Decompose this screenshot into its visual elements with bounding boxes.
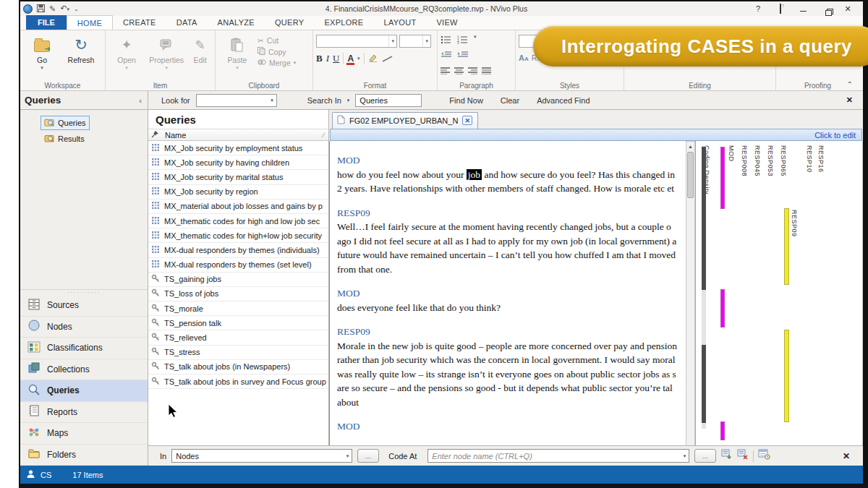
nvivo-app-icon[interactable]: [23, 4, 33, 14]
paste-button[interactable]: Paste▾: [218, 33, 256, 69]
query-list-row[interactable]: MX_Job security by employment status: [148, 141, 328, 155]
copy-button[interactable]: Copy: [258, 47, 296, 56]
list-column-header[interactable]: Name ∕: [148, 129, 328, 141]
save-icon[interactable]: [37, 4, 45, 14]
document-vertical-scrollbar[interactable]: ▲ ▼: [686, 141, 695, 455]
click-to-edit-bar[interactable]: Click to edit: [330, 129, 862, 141]
cut-button[interactable]: ✂Cut: [258, 36, 296, 45]
query-list-row[interactable]: TS_talk about jobs in survey and Focus g…: [148, 374, 328, 389]
sidebar-item-folders[interactable]: Folders: [20, 445, 148, 466]
advanced-find-button[interactable]: Advanced Find: [531, 96, 595, 105]
coding-stripe-mod[interactable]: [720, 421, 725, 440]
query-list-row[interactable]: TS_morale: [148, 301, 328, 316]
align-right-icon[interactable]: [468, 64, 478, 77]
find-now-button[interactable]: Find Now: [443, 96, 488, 105]
tab-analyze[interactable]: ANALYZE: [208, 15, 265, 30]
indent-icon[interactable]: [457, 49, 469, 62]
query-list-row[interactable]: MX_Job security by region: [148, 185, 328, 200]
coding-stripe-resp09[interactable]: [784, 208, 789, 285]
sidebar-item-collections[interactable]: Collections: [20, 359, 148, 381]
query-list-row[interactable]: TS_relieved: [148, 330, 328, 345]
highlight-button[interactable]: [368, 52, 378, 65]
sidebar-splitter[interactable]: ··········: [20, 289, 148, 295]
properties-button[interactable]: Properties▾: [146, 33, 187, 69]
coding-stripe-mod[interactable]: [720, 147, 725, 209]
document-text[interactable]: MODhow do you feel now about your job an…: [329, 141, 686, 455]
query-list-row[interactable]: TS_stress: [148, 346, 328, 360]
sidebar-item-sources[interactable]: Sources: [20, 295, 148, 317]
user-initials[interactable]: CS: [41, 471, 51, 479]
look-for-input[interactable]: ▾: [196, 94, 277, 107]
code-selection-icon[interactable]: [721, 449, 733, 463]
scroll-thumb[interactable]: [687, 152, 694, 198]
pin-column-icon[interactable]: [151, 130, 159, 140]
query-list-row[interactable]: MX-dual responders by themes (individual…: [148, 243, 328, 257]
tab-layout[interactable]: LAYOUT: [373, 15, 426, 30]
tab-explore[interactable]: EXPLORE: [314, 15, 373, 30]
tab-data[interactable]: DATA: [166, 15, 208, 30]
query-list-row[interactable]: MX-dual responders by themes (set level): [148, 258, 328, 273]
query-list-row[interactable]: MX_material about job losses and gains b…: [148, 200, 328, 214]
undo-icon[interactable]: ↶▾: [60, 4, 69, 13]
close-code-bar-icon[interactable]: ✕: [843, 451, 854, 461]
merge-button[interactable]: Merge▾: [258, 59, 296, 67]
coding-stripe-resp09[interactable]: [784, 330, 789, 422]
query-list-row[interactable]: MX_thematic codes for high+low job secur…: [148, 228, 328, 243]
recent-nodes-icon[interactable]: [758, 449, 770, 463]
query-list-row[interactable]: MX_Job security by marital status: [148, 170, 328, 184]
go-button[interactable]: Go▾: [23, 33, 61, 69]
ribbon-options-icon[interactable]: [775, 4, 786, 13]
font-color-caret[interactable]: ▾: [357, 56, 360, 61]
collapse-ribbon-icon[interactable]: ⌃: [847, 80, 853, 88]
browse-location-button[interactable]: …: [357, 449, 379, 463]
font-size-select[interactable]: ▾: [399, 35, 431, 48]
tab-file[interactable]: FILE: [26, 15, 67, 30]
node-name-input[interactable]: Enter node name (CTRL+Q)▾: [427, 449, 689, 463]
coding-stripe-mod[interactable]: [720, 289, 725, 328]
browse-node-button[interactable]: …: [694, 449, 716, 463]
sidebar-item-reports[interactable]: Reports: [20, 402, 148, 424]
tree-item-results[interactable]: Results: [41, 132, 88, 146]
query-list-row[interactable]: MX_thematic codes for high and low job s…: [148, 214, 328, 228]
code-in-select[interactable]: Nodes▾: [171, 449, 352, 463]
open-button[interactable]: ✦ Open▾: [109, 33, 145, 69]
collapse-panel-icon[interactable]: ‹: [139, 96, 142, 105]
tree-item-queries[interactable]: Queries: [41, 116, 90, 130]
name-column-label[interactable]: Name: [165, 131, 186, 140]
edit-pencil-icon[interactable]: ✎: [49, 5, 56, 13]
bold-button[interactable]: B: [316, 53, 323, 64]
strike-line-button[interactable]: [382, 52, 393, 65]
scroll-up-icon[interactable]: ▲: [686, 142, 694, 150]
edit-button[interactable]: ✎ Edit: [188, 33, 212, 64]
uncode-selection-icon[interactable]: [737, 449, 749, 463]
align-justify-icon[interactable]: [482, 64, 492, 77]
font-color-button[interactable]: A: [347, 53, 354, 64]
close-icon[interactable]: ✕: [843, 4, 853, 14]
tab-create[interactable]: CREATE: [113, 15, 166, 30]
query-list-row[interactable]: TS_loss of jobs: [148, 287, 328, 301]
help-icon[interactable]: ?: [753, 4, 763, 13]
numbered-list-icon[interactable]: 123: [457, 34, 469, 47]
close-tab-icon[interactable]: ✕: [462, 116, 472, 125]
align-center-icon[interactable]: [454, 64, 464, 77]
sidebar-item-queries[interactable]: Queries: [20, 380, 148, 402]
sidebar-item-classifications[interactable]: Classifications: [20, 338, 148, 359]
font-family-select[interactable]: ▾: [316, 35, 397, 48]
search-in-caret[interactable]: ▾: [347, 98, 350, 103]
tab-view[interactable]: VIEW: [426, 15, 467, 30]
close-find-bar-icon[interactable]: ✕: [846, 95, 853, 105]
underline-button[interactable]: U: [333, 53, 339, 64]
coding-stripes-panel[interactable]: Coding DensityMODRESP008RESP045RESP053RE…: [695, 141, 863, 466]
sidebar-item-nodes[interactable]: Nodes: [20, 317, 148, 338]
tab-home[interactable]: HOME: [67, 15, 113, 30]
align-left-icon[interactable]: [441, 64, 451, 77]
tab-query[interactable]: QUERY: [265, 15, 314, 30]
outdent-icon[interactable]: [441, 49, 452, 62]
refresh-button[interactable]: ↻ Refresh: [62, 33, 100, 64]
query-list-row[interactable]: MX_Job security by having children: [148, 155, 328, 170]
query-list-row[interactable]: TS_pension talk: [148, 316, 328, 330]
clear-button[interactable]: Clear: [495, 96, 525, 105]
document-tab[interactable]: FG02 EMPLOYED_URBAN_N ✕: [332, 112, 478, 129]
query-list-row[interactable]: TS_talk about jobs (in Newspapers): [148, 360, 328, 374]
sort-ascending-icon[interactable]: ∕: [323, 132, 328, 139]
